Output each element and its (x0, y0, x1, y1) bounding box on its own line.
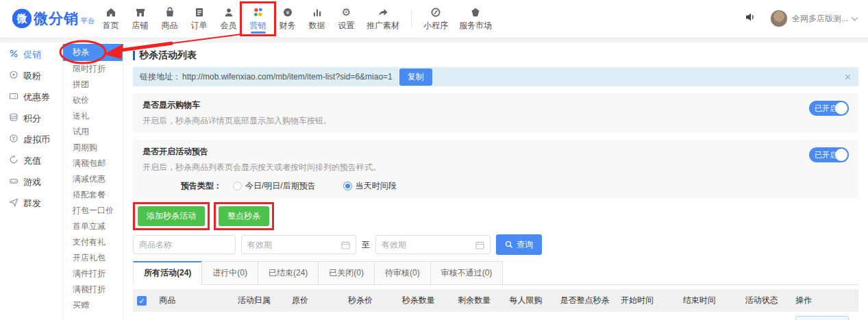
select-all-checkbox[interactable]: ✓ (137, 296, 147, 306)
col-header-hourly: 是否整点秒杀 (556, 289, 617, 312)
tab-in-progress[interactable]: 进行中(0) (201, 261, 258, 285)
app-logo[interactable]: 微 微分销 平台 (12, 9, 95, 28)
date-placeholder: 有效期 (247, 239, 341, 251)
main-content: 秒杀活动列表 链接地址： http://mob.wifenxiao.com/mb… (123, 42, 868, 320)
nav-item-miniprogram[interactable]: 小程序 (418, 0, 454, 37)
submenu-item[interactable]: 送礼 (63, 108, 123, 124)
submenu-item[interactable]: 砍价 (63, 93, 123, 108)
sidebar-label: 虚拟币 (23, 134, 50, 146)
submenu-item[interactable]: 限时打折 (63, 61, 123, 77)
cart-section-title: 是否显示购物车 (142, 99, 849, 111)
miniprogram-icon (430, 6, 442, 19)
submenu-label: 搭配套餐 (73, 190, 106, 199)
cell-hourly: 否 (556, 312, 617, 320)
sidebar-item-promotion[interactable]: 促销 (0, 44, 62, 65)
submenu-item[interactable]: 首单立减 (63, 219, 123, 234)
submenu-item[interactable]: 打包一口价 (63, 203, 123, 219)
nav-item-data[interactable]: 数据 (302, 0, 332, 37)
members-icon (223, 6, 235, 19)
user-avatar (770, 10, 788, 27)
promotion-submenu: 秒杀 限时打折 拼团 砍价 送礼 试用 周期购 满额包邮 满减优惠 搭配套餐 打… (63, 42, 123, 320)
nav-label: 订单 (191, 20, 208, 32)
notice-toggle-section: 是否开启活动预告 开启后，秒杀商品列表页会显示按天或者按时间排列的预告样式。 预… (133, 140, 858, 198)
submenu-item[interactable]: 支付有礼 (63, 234, 123, 250)
radio-label: 当天时间段 (356, 180, 397, 192)
end-date-input[interactable]: 有效期 (375, 235, 491, 254)
tab-review-failed[interactable]: 审核不通过(0) (430, 261, 504, 285)
tab-ended[interactable]: 已结束(24) (258, 261, 319, 285)
submenu-item[interactable]: 拼团 (63, 77, 123, 93)
submenu-label: 买赠 (73, 300, 89, 310)
cart-toggle-section: 是否显示购物车 开启后，秒杀商品详情页底部显示加入购物车按钮。 已开启 (133, 93, 858, 133)
submenu-item[interactable]: 搭配套餐 (63, 187, 123, 203)
table-row: 县级合伙人 总部 73710.00 50.00 7 6 6 否 2020-12-… (133, 312, 858, 320)
nav-item-promote-material[interactable]: 推广素材 (361, 0, 405, 37)
col-header-operations: 操作 (791, 289, 858, 312)
nav-item-shop[interactable]: 店铺 (125, 0, 155, 37)
calendar-icon (475, 241, 484, 249)
nav-item-orders[interactable]: 订单 (184, 0, 214, 37)
sidebar-item-game[interactable]: 游戏 (0, 171, 62, 193)
submenu-item-seckill[interactable]: 秒杀 (63, 44, 123, 61)
hourly-seckill-button[interactable]: 整点秒杀 (219, 206, 269, 226)
cart-toggle[interactable]: 已开启 (809, 101, 849, 116)
submenu-item[interactable]: 开店礼包 (63, 250, 123, 266)
add-seckill-button[interactable]: 添加秒杀活动 (138, 206, 205, 226)
settings-icon: ⚙ (342, 6, 351, 19)
sidebar-item-broadcast[interactable]: 群发 (0, 193, 62, 214)
sidebar-item-recharge[interactable]: 充值 (0, 150, 62, 171)
submenu-item[interactable]: 满额打折 (63, 282, 123, 297)
submenu-label: 满额打折 (73, 284, 106, 294)
user-menu[interactable]: 全网多店版测... (770, 10, 857, 27)
start-date-input[interactable]: 有效期 (241, 235, 356, 254)
cell-seckill-price: 50.00 (344, 312, 398, 320)
sidebar-item-virtual-coin[interactable]: 虚拟币 (0, 129, 62, 150)
nav-label: 数据 (309, 20, 325, 32)
sidebar-item-points[interactable]: 积分 (0, 108, 62, 129)
toggle-label: 已开启 (815, 103, 837, 114)
nav-label: 首页 (103, 20, 119, 32)
nav-item-home[interactable]: 首页 (96, 0, 125, 37)
submenu-label: 开店礼包 (73, 253, 106, 262)
cell-owner: 总部 (234, 312, 288, 320)
col-header-start: 开始时间 (617, 289, 679, 312)
submenu-item[interactable]: 满减优惠 (63, 171, 123, 187)
radio-option-time-slot[interactable]: 当天时间段 (343, 180, 397, 192)
radio-option-daily-preview[interactable]: 今日/明日/后期预告 (233, 180, 316, 192)
tab-label: 审核不通过(0) (441, 268, 493, 278)
sidebar-label: 积分 (23, 112, 41, 125)
submenu-item[interactable]: 满额包邮 (63, 156, 123, 171)
volume-icon[interactable] (744, 12, 756, 25)
nav-item-goods[interactable]: 商品 (155, 0, 184, 37)
cell-remaining: 6 (454, 312, 505, 320)
sidebar-item-fans[interactable]: 吸粉 (0, 65, 62, 86)
col-header-limit: 每人限购 (506, 289, 556, 312)
cell-status: 已结束 (741, 312, 791, 320)
notice-toggle[interactable]: 已开启 (809, 147, 849, 162)
tab-closed[interactable]: 已关闭(0) (318, 261, 375, 285)
close-icon[interactable]: ✕ (844, 72, 852, 82)
action-button-row: 添加秒杀活动 整点秒杀 (133, 202, 858, 230)
sidebar-item-coupon[interactable]: 优惠券 (0, 86, 62, 108)
copy-button[interactable]: 复制 (399, 69, 432, 86)
nav-item-members[interactable]: 会员 (214, 0, 243, 37)
edit-button[interactable]: 编辑 (795, 316, 849, 320)
submenu-item[interactable]: 试用 (63, 124, 123, 140)
search-button[interactable]: 查询 (496, 234, 542, 255)
cart-section-desc: 开启后，秒杀商品详情页底部显示加入购物车按钮。 (142, 115, 849, 127)
nav-item-settings[interactable]: ⚙ 设置 (332, 0, 361, 37)
tab-all-activities[interactable]: 所有活动(24) (133, 261, 202, 285)
nav-item-marketing[interactable]: 营销 (243, 0, 273, 37)
top-nav: 首页 店铺 商品 订单 会员 营销 (96, 0, 497, 37)
tab-pending-review[interactable]: 待审核(0) (374, 261, 431, 285)
nav-item-finance[interactable]: ¥ 财务 (273, 0, 302, 37)
nav-item-service-market[interactable]: 服务市场 (454, 0, 497, 37)
submenu-label: 秒杀 (73, 47, 89, 57)
link-address-bar: 链接地址： http://mob.wifenxiao.com/mb/item/i… (133, 67, 858, 86)
cell-price: 73710.00 (288, 312, 344, 320)
submenu-item[interactable]: 满件打折 (63, 266, 123, 282)
primary-sidebar: 促销 吸粉 优惠券 积分 虚拟币 充值 (0, 42, 63, 320)
product-name-input[interactable] (133, 235, 236, 254)
submenu-item[interactable]: 周期购 (63, 140, 123, 156)
submenu-item[interactable]: 买赠 (63, 297, 123, 313)
